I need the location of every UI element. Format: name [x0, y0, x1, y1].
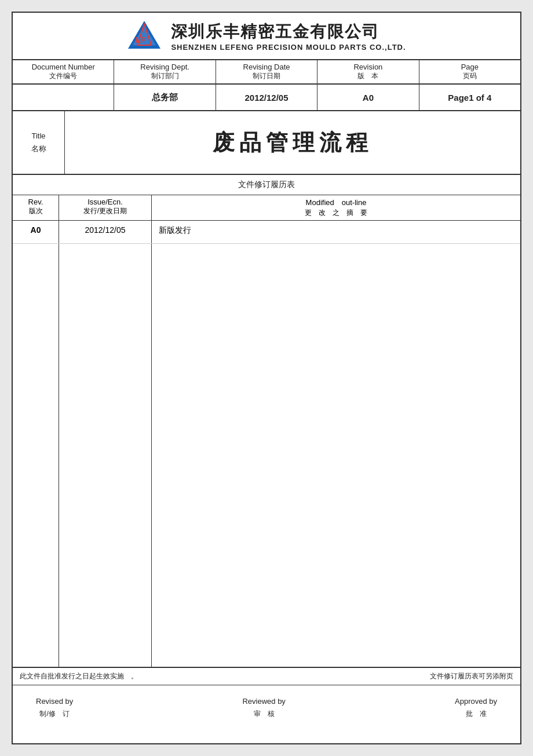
- reviewed-by-label-en: Reviewed by: [242, 697, 285, 706]
- revising-dept-cell: Revising Dept. 制订部门: [114, 60, 216, 83]
- title-label-en: Title: [31, 132, 45, 140]
- rev-value-0: A0: [13, 221, 59, 243]
- revising-date-cell: Revising Date 制订日期: [216, 60, 317, 83]
- page-value: Page1 of 4: [419, 85, 520, 110]
- rev-table-header: Rev. 版次 Issue/Ecn. 发行/更改日期 Modified out-…: [13, 195, 520, 221]
- company-info: 深圳乐丰精密五金有限公司 SHENZHEN LEFENG PRECISION M…: [171, 21, 406, 52]
- page-label-zh: 页码: [463, 71, 477, 81]
- svg-text:LF: LF: [136, 35, 146, 45]
- title-label: Title 名称: [13, 111, 65, 174]
- revising-dept-value: 总务部: [114, 85, 216, 110]
- col-modified: Modified out-line 更 改 之 摘 要: [152, 195, 520, 220]
- doc-number-cell: Document Number 文件编号: [13, 60, 114, 83]
- revised-by-block: Revised by 制/修 订: [36, 697, 73, 719]
- revised-by-label-en: Revised by: [36, 697, 73, 706]
- reviewed-by-label-zh: 审 核: [254, 709, 275, 719]
- approved-by-label-en: Approved by: [455, 697, 497, 706]
- meta-labels-row: Document Number 文件编号 Revising Dept. 制订部门…: [13, 60, 520, 85]
- title-section: Title 名称 废品管理流程: [13, 111, 520, 175]
- col-rev: Rev. 版次: [13, 195, 59, 220]
- values-row: 总务部 2012/12/05 A0 Page1 of 4: [13, 85, 520, 111]
- col-rev-zh: 版次: [17, 206, 54, 216]
- revision-label-zh: 版 本: [357, 71, 378, 81]
- rev-data-row-0: A0 2012/12/05 新版发行: [13, 221, 520, 244]
- document-page: LF 深圳乐丰精密五金有限公司 SHENZHEN LEFENG PRECISIO…: [12, 12, 521, 744]
- revision-value: A0: [317, 85, 419, 110]
- doc-number-label-zh: 文件编号: [49, 71, 77, 81]
- company-name-zh: 深圳乐丰精密五金有限公司: [171, 21, 379, 43]
- col-rev-en: Rev.: [17, 198, 54, 206]
- reviewed-by-block: Reviewed by 审 核: [242, 697, 285, 719]
- revising-dept-label-en: Revising Dept.: [140, 63, 189, 71]
- revising-dept-label-zh: 制订部门: [151, 71, 179, 81]
- revising-date-label-zh: 制订日期: [253, 71, 280, 81]
- approved-by-label-zh: 批 准: [466, 709, 487, 719]
- revision-cell: Revision 版 本: [317, 60, 419, 83]
- title-content: 废品管理流程: [65, 111, 520, 174]
- revising-date-label-en: Revising Date: [243, 63, 290, 71]
- issue-value-0: 2012/12/05: [59, 221, 152, 243]
- footer-note: 此文件自批准发行之日起生效实施 。 文件修订履历表可另添附页: [13, 668, 520, 685]
- page-label-en: Page: [461, 63, 479, 71]
- company-logo: LF: [127, 19, 162, 53]
- title-label-zh: 名称: [31, 144, 46, 154]
- empty-col-issue: [59, 244, 152, 667]
- doc-number-label-en: Document Number: [32, 63, 95, 71]
- rev-history-label: 文件修订履历表: [13, 175, 520, 195]
- empty-content-area: [13, 244, 520, 668]
- col-modified-zh: 更 改 之 摘 要: [156, 208, 516, 218]
- footer-note-right: 文件修订履历表可另添附页: [430, 671, 513, 681]
- col-issue: Issue/Ecn. 发行/更改日期: [59, 195, 152, 220]
- page-cell: Page 页码: [419, 60, 520, 83]
- doc-number-value: [13, 85, 114, 110]
- empty-col-modified: [152, 244, 520, 667]
- empty-col-rev: [13, 244, 59, 667]
- footer-note-left: 此文件自批准发行之日起生效实施 。: [20, 671, 138, 681]
- col-issue-zh: 发行/更改日期: [64, 206, 147, 216]
- col-modified-en: Modified out-line: [156, 198, 516, 208]
- revising-date-value: 2012/12/05: [216, 85, 317, 110]
- revision-label-en: Revision: [353, 63, 382, 71]
- company-header: LF 深圳乐丰精密五金有限公司 SHENZHEN LEFENG PRECISIO…: [13, 13, 520, 60]
- revised-by-label-zh: 制/修 订: [39, 709, 69, 719]
- main-title: 废品管理流程: [213, 128, 373, 158]
- company-name-en: SHENZHEN LEFENG PRECISION MOULD PARTS CO…: [171, 43, 406, 52]
- signature-row: Revised by 制/修 订 Reviewed by 审 核 Approve…: [13, 685, 520, 743]
- approved-by-block: Approved by 批 准: [455, 697, 497, 719]
- modified-value-0: 新版发行: [152, 221, 520, 243]
- col-issue-en: Issue/Ecn.: [64, 198, 147, 206]
